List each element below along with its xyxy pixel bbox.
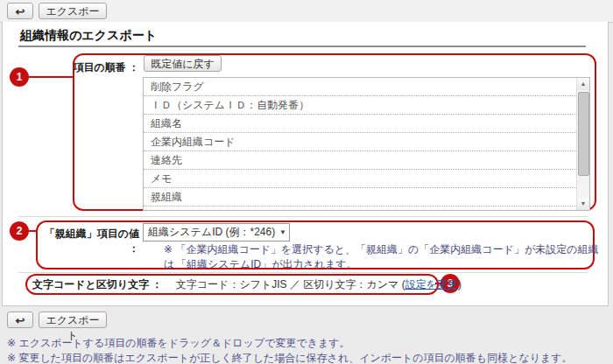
export-button-bottom[interactable]: エクスポート — [39, 312, 107, 328]
list-scrollbar[interactable]: ▲ ▼ — [576, 78, 589, 210]
page: ↩ エクスポート 組織情報のエクスポート 1 項目の順番 ： 既定値に戻す 削除… — [0, 0, 613, 364]
list-item[interactable]: 組織名 — [144, 115, 576, 133]
selected-option-label: 組織システムID (例：*246) — [148, 226, 275, 238]
charset-value-suffix: ) — [458, 278, 462, 290]
annotation-connector-1 — [27, 76, 74, 78]
parent-org-note-line2: 「組織システムID」が出力されます。 — [176, 257, 357, 272]
charset-label: 文字コードと区切り文字 ： — [32, 278, 173, 290]
footer-note-order-saved: ※ 変更した項目の順番はエクスポートが正しく終了した場合に保存され、インポートの… — [7, 351, 573, 364]
back-icon: ↩ — [16, 314, 25, 327]
back-button[interactable]: ↩ — [7, 3, 33, 19]
list-item[interactable]: 企業内組織コード — [144, 133, 576, 151]
scroll-down-icon[interactable]: ▼ — [577, 198, 589, 210]
change-settings-link[interactable]: 設定を変更 — [405, 278, 458, 290]
main-panel: 組織情報のエクスポート 1 項目の順番 ： 既定値に戻す 削除フラグ ＩＤ（シス… — [2, 22, 609, 306]
list-item[interactable]: 休日カレンダーID — [144, 206, 576, 211]
chevron-down-icon: ▼ — [279, 224, 286, 241]
page-title: 組織情報のエクスポート — [20, 28, 157, 44]
annotation-marker-1: 1 — [10, 67, 29, 87]
charset-value: 文字コード：シフトJIS ／ 区切り文字：カンマ ( — [176, 278, 405, 290]
parent-org-value-select[interactable]: 組織システムID (例：*246) ▼ — [143, 223, 290, 242]
list-item[interactable]: 連絡先 — [144, 151, 576, 170]
back-button-bottom[interactable]: ↩ — [7, 312, 33, 328]
order-label: 項目の順番 ： — [60, 60, 139, 75]
back-icon: ↩ — [16, 5, 25, 18]
title-rule — [18, 46, 586, 47]
top-toolbar: ↩ エクスポート — [0, 0, 613, 23]
scroll-up-icon[interactable]: ▲ — [577, 78, 589, 90]
list-item[interactable]: 削除フラグ — [144, 78, 576, 96]
section-divider — [18, 216, 588, 217]
list-item[interactable]: ＩＤ（システムＩＤ：自動発番） — [144, 96, 576, 115]
footer-note-drag-drop: ※ エクスポートする項目の順番をドラッグ＆ドロップで変更できます。 — [7, 336, 350, 351]
list-item[interactable]: メモ — [144, 170, 576, 188]
reset-default-button[interactable]: 既定値に戻す — [144, 55, 222, 72]
annotation-marker-2: 2 — [10, 221, 29, 241]
parent-org-label: 「親組織」項目の値 ： — [34, 227, 139, 256]
section-divider — [18, 272, 588, 273]
list-item[interactable]: 親組織 — [144, 188, 576, 206]
scrollbar-thumb[interactable] — [578, 92, 589, 176]
export-button-top[interactable]: エクスポート — [39, 3, 107, 19]
field-order-list[interactable]: 削除フラグ ＩＤ（システムＩＤ：自動発番） 組織名 企業内組織コード 連絡先 メ… — [143, 77, 590, 211]
charset-row: 文字コードと区切り文字 ： 文字コード：シフトJIS ／ 区切り文字：カンマ (… — [32, 277, 462, 292]
